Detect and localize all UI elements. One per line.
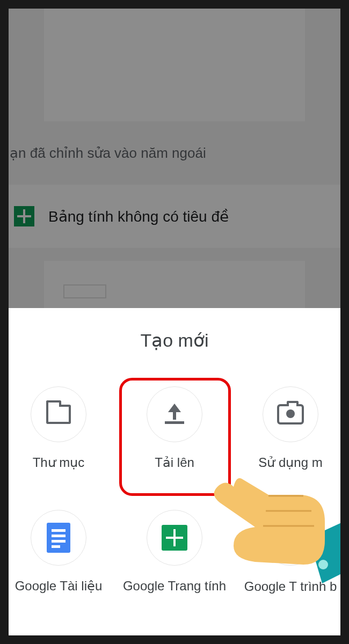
option-circle <box>147 386 202 442</box>
create-folder-option[interactable]: Thư mục <box>9 386 114 470</box>
docs-icon <box>47 523 70 553</box>
camera-icon <box>277 404 304 425</box>
option-circle <box>147 510 202 566</box>
option-circle <box>263 386 318 442</box>
google-slides-option[interactable]: Google T trình b <box>235 510 340 595</box>
option-label: Google Trang tính <box>123 579 226 594</box>
sheets-icon <box>162 525 187 551</box>
option-circle <box>31 510 86 566</box>
option-circle <box>263 510 318 566</box>
option-label: Thư mục <box>33 455 85 470</box>
sheet-title: Tạo mới <box>9 308 340 372</box>
option-label: Google T trình b <box>244 579 337 595</box>
upload-option[interactable]: Tải lên <box>119 386 230 470</box>
option-label: Tải lên <box>155 455 194 470</box>
google-sheets-option[interactable]: Google Trang tính <box>119 510 230 594</box>
option-label: Sử dụng m <box>258 455 322 470</box>
google-docs-option[interactable]: Google Tài liệu <box>9 510 114 594</box>
option-label: Google Tài liệu <box>15 579 103 594</box>
upload-icon <box>164 404 185 425</box>
folder-icon <box>46 405 71 424</box>
create-new-sheet: Tạo mới Thư mục Tải lên <box>9 308 340 635</box>
slides-icon <box>276 527 305 548</box>
create-options-grid: Thư mục Tải lên Sử dụng m <box>9 378 340 635</box>
use-camera-option[interactable]: Sử dụng m <box>235 386 340 470</box>
option-circle <box>31 386 86 442</box>
phone-frame: ạn đã chỉnh sửa vào năm ngoái Bảng tính … <box>9 9 340 635</box>
